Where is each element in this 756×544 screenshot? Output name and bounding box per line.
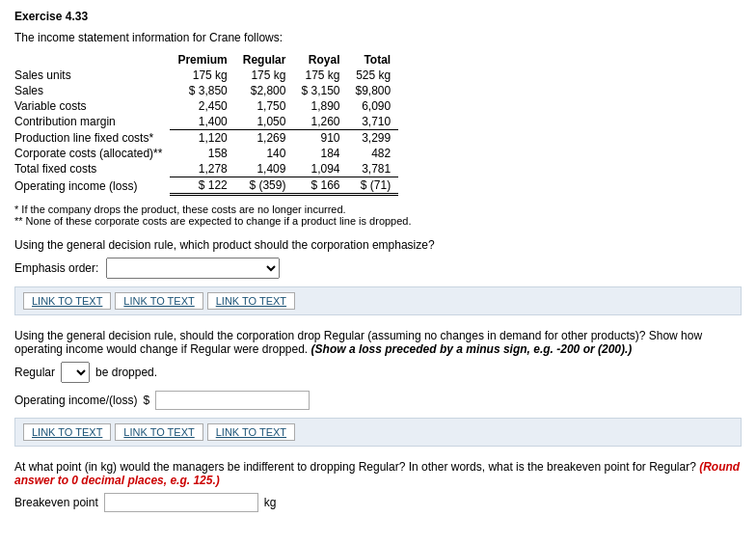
section2: Using the general decision rule, should … [14,329,742,447]
row-royal: 1,890 [293,98,347,114]
section2-question-part2: Regular were dropped. [190,342,308,356]
row-royal: $ 166 [293,177,347,195]
row-total: $9,800 [348,83,399,98]
kg-label: kg [264,496,277,509]
emphasis-label: Emphasis order: [14,261,98,275]
row-label: Operating income (loss) [14,177,170,195]
table-row: Operating income (loss)$ 122$ (359)$ 166… [14,177,398,195]
row-label: Sales [14,83,170,98]
table-row: Production line fixed costs*1,1201,26991… [14,130,398,147]
row-total: 3,781 [348,161,399,177]
row-regular: $ (359) [235,177,294,195]
regular-label: Regular [14,366,55,379]
col-header-label [14,52,170,68]
section1-link-bar: LINK TO TEXT LINK TO TEXT LINK TO TEXT [14,286,742,315]
row-regular: $2,800 [235,83,294,98]
table-row: Sales$ 3,850$2,800$ 3,150$9,800 [14,83,398,98]
section1-link-btn-3[interactable]: LINK TO TEXT [207,292,295,310]
intro-text: The income statement information for Cra… [14,31,742,44]
note-2: ** None of these corporate costs are exp… [14,215,742,227]
row-label: Variable costs [14,98,170,114]
section2-link-btn-3[interactable]: LINK TO TEXT [207,423,295,441]
section2-link-btn-2[interactable]: LINK TO TEXT [115,423,202,441]
regular-select[interactable] [61,362,90,383]
col-header-regular: Regular [235,52,294,68]
col-header-royal: Royal [293,52,347,68]
row-total: 482 [348,146,399,161]
row-regular: 1,409 [235,161,294,177]
table-row: Corporate costs (allocated)**15814018448… [14,146,398,161]
row-total: $ (71) [348,177,399,195]
section2-question-emphasis: (Show a loss preceded by a minus sign, e… [311,342,633,356]
note-1: * If the company drops the product, thes… [14,204,742,215]
row-premium: $ 3,850 [170,83,234,98]
op-income-input[interactable] [155,391,310,410]
row-regular: 140 [235,146,294,161]
row-label: Total fixed costs [14,161,170,177]
table-row: Contribution margin1,4001,0501,2603,710 [14,114,398,130]
notes-section: * If the company drops the product, thes… [14,204,742,227]
row-regular: 1,050 [235,114,294,130]
dollar-sign: $ [143,394,149,407]
row-total: 3,299 [348,130,399,147]
col-header-total: Total [348,52,399,68]
row-premium: $ 122 [170,177,234,195]
row-royal: 184 [293,146,347,161]
table-row: Sales units175 kg175 kg175 kg525 kg [14,68,398,83]
row-regular: 1,750 [235,98,294,114]
section3-question: At what point (in kg) would the managers… [14,460,742,487]
row-premium: 1,278 [170,161,234,177]
row-regular: 1,269 [235,130,294,147]
col-header-premium: Premium [170,52,234,68]
section1-link-btn-2[interactable]: LINK TO TEXT [115,292,202,310]
table-row: Variable costs2,4501,7501,8906,090 [14,98,398,114]
section2-link-bar: LINK TO TEXT LINK TO TEXT LINK TO TEXT [14,418,742,447]
row-premium: 1,120 [170,130,234,147]
row-label: Sales units [14,68,170,83]
section1-question: Using the general decision rule, which p… [14,238,742,252]
row-label: Contribution margin [14,114,170,130]
row-royal: 910 [293,130,347,147]
row-premium: 2,450 [170,98,234,114]
breakeven-input[interactable] [104,493,258,512]
row-label: Corporate costs (allocated)** [14,146,170,161]
row-total: 3,710 [348,114,399,130]
row-royal: 1,094 [293,161,347,177]
section1-link-btn-1[interactable]: LINK TO TEXT [23,292,111,310]
row-label: Production line fixed costs* [14,130,170,147]
exercise-title: Exercise 4.33 [14,10,742,23]
row-premium: 175 kg [170,68,234,83]
section1: Using the general decision rule, which p… [14,238,742,315]
be-dropped-label: be dropped. [95,366,157,379]
op-income-label: Operating income/(loss) [14,394,137,407]
emphasis-select[interactable] [106,258,280,279]
income-statement-table: Premium Regular Royal Total Sales units1… [14,52,398,196]
row-royal: $ 3,150 [293,83,347,98]
section2-link-btn-1[interactable]: LINK TO TEXT [23,423,111,441]
row-total: 6,090 [348,98,399,114]
section3-question-part1: At what point (in kg) would the managers… [14,460,696,474]
section3: At what point (in kg) would the managers… [14,460,742,512]
breakeven-label: Breakeven point [14,496,98,509]
row-premium: 1,400 [170,114,234,130]
row-regular: 175 kg [235,68,294,83]
table-row: Total fixed costs1,2781,4091,0943,781 [14,161,398,177]
row-premium: 158 [170,146,234,161]
section2-question: Using the general decision rule, should … [14,329,742,356]
row-royal: 175 kg [293,68,347,83]
row-total: 525 kg [348,68,399,83]
row-royal: 1,260 [293,114,347,130]
